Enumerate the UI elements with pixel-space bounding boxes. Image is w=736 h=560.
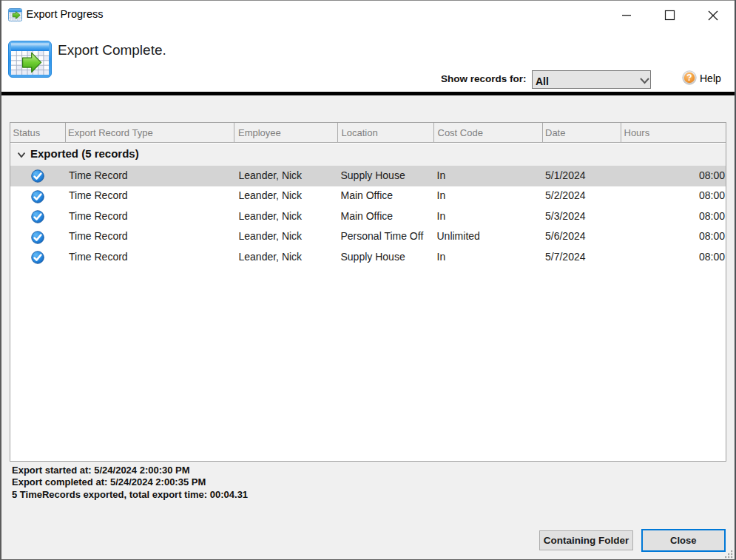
svg-text:?: ? [686,72,692,83]
